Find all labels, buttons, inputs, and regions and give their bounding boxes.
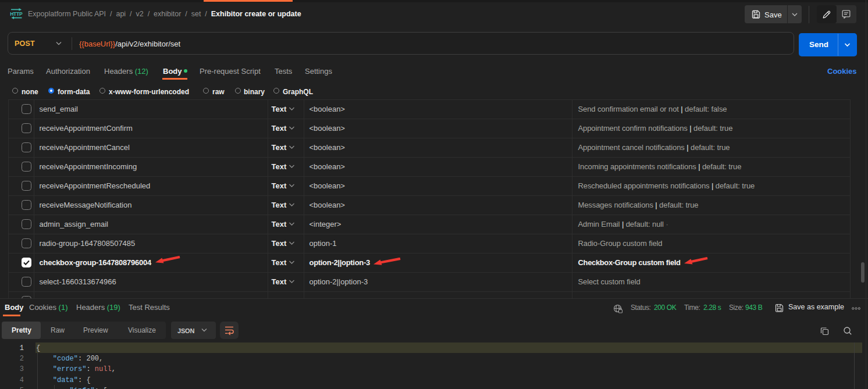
svg-text:HTTP: HTTP xyxy=(10,11,23,17)
